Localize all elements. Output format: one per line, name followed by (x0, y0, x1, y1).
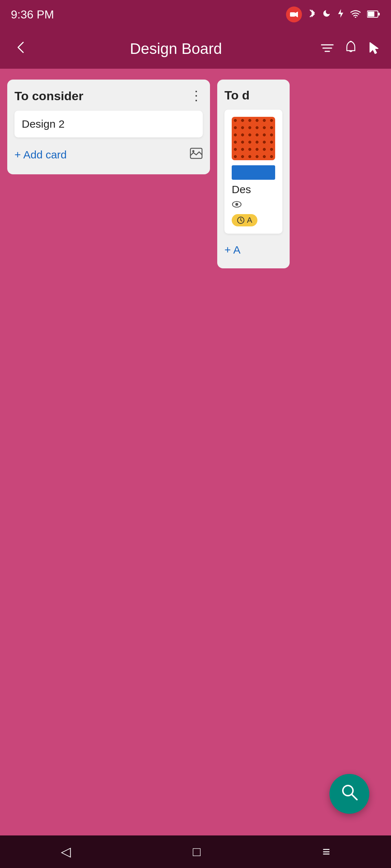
back-button[interactable] (11, 37, 31, 61)
svg-point-14 (235, 203, 238, 206)
card-title-design2: Design 2 (22, 118, 64, 130)
card-title-partial: Des (232, 183, 251, 195)
fab-search-button[interactable] (329, 774, 369, 814)
battery-icon (367, 9, 380, 20)
add-card-label-2: + A (224, 244, 240, 256)
svg-rect-5 (368, 12, 374, 17)
badge-label: A (247, 216, 252, 225)
svg-rect-6 (378, 13, 380, 16)
svg-marker-1 (295, 12, 298, 17)
app-bar-actions (321, 41, 380, 58)
card-swatch-blue (232, 165, 275, 180)
status-time: 9:36 PM (11, 8, 54, 21)
column-title-2: To d (224, 88, 249, 102)
eye-icon (232, 199, 242, 210)
cursor-icon[interactable] (368, 41, 380, 58)
svg-line-17 (352, 794, 357, 800)
column-menu-button-1[interactable]: ⋮ (190, 88, 203, 103)
svg-marker-2 (338, 9, 343, 18)
column-header-1: To consider ⋮ (14, 88, 203, 103)
fab-search-icon (340, 783, 358, 805)
board-area: To consider ⋮ Design 2 + Add card To d (0, 69, 391, 835)
card-meta-eye (232, 199, 275, 210)
clock-badge: A (232, 214, 257, 226)
nav-bar: ◁ □ ≡ (0, 835, 391, 868)
status-icons (286, 7, 380, 22)
card-swatch-dots (232, 117, 275, 160)
charging-icon (337, 8, 344, 21)
column-to-consider: To consider ⋮ Design 2 + Add card (7, 80, 210, 174)
app-bar: Design Board (0, 29, 391, 69)
column-header-2: To d (224, 88, 282, 102)
add-card-button-1[interactable]: + Add card (14, 144, 203, 166)
filter-icon[interactable] (321, 41, 334, 57)
moon-icon (322, 9, 331, 20)
column-title-1: To consider (14, 89, 83, 103)
add-card-label-1: + Add card (14, 149, 67, 161)
card-meta-clock: A (232, 214, 275, 226)
status-bar: 9:36 PM (0, 0, 391, 29)
svg-rect-0 (290, 12, 295, 17)
video-camera-icon (286, 7, 302, 22)
add-card-button-2[interactable]: + A (224, 240, 282, 260)
nav-menu-button[interactable]: ≡ (323, 844, 330, 859)
bluetooth-icon (308, 8, 316, 21)
nav-home-button[interactable]: □ (193, 844, 201, 859)
nav-back-button[interactable]: ◁ (61, 844, 71, 859)
card-design-2[interactable]: Design 2 (14, 111, 203, 137)
column-partial: To d Des (217, 80, 290, 268)
card-partial[interactable]: Des A (224, 110, 282, 234)
bell-icon[interactable] (345, 41, 357, 58)
app-bar-title: Design Board (38, 40, 314, 58)
svg-point-12 (192, 150, 194, 152)
svg-point-3 (355, 17, 356, 18)
wifi-icon (350, 9, 361, 20)
image-icon-1 (190, 148, 203, 162)
